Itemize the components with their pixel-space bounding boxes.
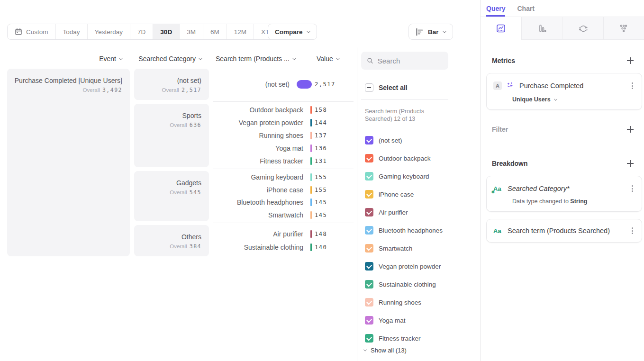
breakdown-card[interactable]: Aa✱ Searched Category* Data type changed… bbox=[486, 176, 642, 212]
table-row[interactable]: Bluetooth headphones145 bbox=[213, 196, 354, 209]
chart-type-button[interactable]: Bar bbox=[408, 24, 453, 40]
add-breakdown-button[interactable] bbox=[625, 158, 635, 169]
date-range-3m[interactable]: 3M bbox=[179, 24, 203, 39]
date-range-yesterday[interactable]: Yesterday bbox=[87, 24, 130, 39]
series-checkbox[interactable] bbox=[365, 172, 373, 180]
table-row[interactable]: iPhone case155 bbox=[213, 184, 354, 197]
series-checkbox-row[interactable]: (not set) bbox=[365, 131, 443, 149]
modified-asterisk-icon: ✱ bbox=[491, 190, 495, 194]
category-cell[interactable]: (not set)Overall2,517 bbox=[134, 69, 209, 100]
category-name: Gadgets bbox=[138, 179, 201, 187]
series-checkbox[interactable] bbox=[365, 280, 373, 289]
table-row[interactable]: Vegan protein powder144 bbox=[213, 117, 354, 129]
series-checkbox-row[interactable]: Running shoes bbox=[365, 293, 443, 311]
table-row[interactable]: Fitness tracker131 bbox=[213, 154, 354, 167]
series-checkbox[interactable] bbox=[365, 262, 373, 271]
add-metric-button[interactable] bbox=[625, 55, 635, 66]
value-label: 137 bbox=[315, 132, 354, 139]
show-all-toggle[interactable]: Show all (13) bbox=[364, 347, 407, 354]
category-cell[interactable]: OthersOverall384 bbox=[134, 225, 209, 256]
series-checkbox[interactable] bbox=[365, 154, 373, 162]
add-filter-button[interactable] bbox=[625, 124, 635, 135]
series-checkbox-row[interactable]: Vegan protein powder bbox=[365, 257, 443, 275]
series-checkbox-row[interactable]: Yoga mat bbox=[365, 311, 443, 329]
date-range-custom[interactable]: Custom bbox=[8, 24, 55, 39]
search-input[interactable] bbox=[378, 57, 443, 65]
term-label: Yoga mat bbox=[213, 144, 310, 152]
date-range-today[interactable]: Today bbox=[55, 24, 87, 39]
series-checkbox[interactable] bbox=[365, 316, 373, 325]
measure-selector[interactable]: Unique Users bbox=[512, 96, 635, 103]
chevron-down-icon bbox=[292, 56, 296, 60]
series-label: Fitness tracker bbox=[379, 335, 421, 342]
column-header-event[interactable]: Event bbox=[7, 55, 122, 63]
value-label: 140 bbox=[315, 244, 354, 251]
table-row[interactable]: Outdoor backpack158 bbox=[213, 104, 354, 117]
category-group: OthersOverall384Air purifier148Sustainab… bbox=[134, 225, 354, 256]
breakdown-menu-button[interactable] bbox=[630, 183, 635, 194]
series-label: Air purifier bbox=[379, 209, 408, 216]
series-checkbox-row[interactable]: Air purifier bbox=[365, 203, 443, 221]
series-checkbox-row[interactable]: Bluetooth headphones bbox=[365, 221, 443, 239]
term-label: Vegan protein powder bbox=[213, 119, 310, 126]
funnel-bars-icon bbox=[536, 23, 547, 34]
series-checkbox[interactable] bbox=[365, 226, 373, 235]
tab-funnels[interactable] bbox=[521, 17, 562, 40]
series-checkbox-row[interactable]: Fitness tracker bbox=[365, 329, 443, 347]
chevron-down-icon bbox=[442, 29, 446, 33]
series-checkbox[interactable] bbox=[365, 244, 373, 253]
category-name: Others bbox=[138, 233, 201, 241]
chevron-down-icon bbox=[119, 56, 123, 60]
column-header-searched-category[interactable]: Searched Category bbox=[134, 55, 202, 63]
table-row[interactable]: Yoga mat136 bbox=[213, 142, 354, 154]
overall-label: Overall bbox=[170, 190, 187, 195]
series-checkbox-row[interactable]: Sustainable clothing bbox=[365, 275, 443, 293]
series-checkbox[interactable] bbox=[365, 334, 373, 343]
date-range-12m[interactable]: 12M bbox=[227, 24, 254, 39]
column-header-search-term[interactable]: Search term (Products ... bbox=[216, 55, 296, 63]
date-range-6m[interactable]: 6M bbox=[203, 24, 227, 39]
filter-group-label: Search term (Products Searched) 12 of 13 bbox=[365, 108, 453, 123]
series-checkbox[interactable] bbox=[365, 298, 373, 307]
list-divider bbox=[361, 99, 448, 100]
category-cell[interactable]: SportsOverall636 bbox=[134, 104, 209, 167]
date-range-30d[interactable]: 30D bbox=[153, 24, 179, 39]
series-checkbox[interactable] bbox=[365, 190, 373, 199]
table-row[interactable]: Air purifier148 bbox=[213, 227, 354, 241]
table-row[interactable]: Sustainable clothing140 bbox=[213, 241, 354, 254]
tab-flows[interactable] bbox=[562, 17, 603, 40]
series-checkbox[interactable] bbox=[365, 136, 373, 144]
category-overall: Overall384 bbox=[138, 243, 201, 250]
date-range-7d[interactable]: 7D bbox=[130, 24, 153, 39]
table-row[interactable]: Running shoes137 bbox=[213, 129, 354, 142]
note-bold-text: String bbox=[570, 198, 587, 205]
series-checkbox-row[interactable]: Outdoor backpack bbox=[365, 149, 443, 167]
tab-retention[interactable] bbox=[603, 17, 644, 40]
series-checkbox-row[interactable]: Smartwatch bbox=[365, 239, 443, 257]
search-field[interactable] bbox=[361, 52, 448, 70]
select-all-checkbox-row[interactable]: Select all bbox=[365, 83, 408, 92]
table-row[interactable]: Smartwatch145 bbox=[213, 209, 354, 222]
category-cell[interactable]: GadgetsOverall545 bbox=[134, 171, 209, 221]
series-label: Sustainable clothing bbox=[379, 281, 436, 288]
event-cell[interactable]: Purchase Completed [Unique Users] Overal… bbox=[7, 69, 130, 256]
select-all-checkbox[interactable] bbox=[365, 83, 373, 92]
value-label: 155 bbox=[315, 174, 354, 180]
series-checkbox[interactable] bbox=[365, 208, 373, 217]
breakdown-property-name: Searched Category* bbox=[508, 185, 625, 192]
event-name: Purchase Completed [Unique Users] bbox=[13, 77, 122, 84]
series-checkbox-row[interactable]: iPhone case bbox=[365, 185, 443, 203]
table-row[interactable]: (not set)2,517 bbox=[213, 78, 354, 91]
breakdown-card[interactable]: Aa Search term (Products Searched) bbox=[486, 219, 642, 243]
column-header-value[interactable]: Value bbox=[317, 55, 339, 63]
tab-query[interactable]: Query bbox=[486, 0, 505, 17]
table-row[interactable]: Gaming keyboard155 bbox=[213, 171, 354, 184]
series-checkbox-row[interactable]: Gaming keyboard bbox=[365, 167, 443, 185]
compare-button[interactable]: Compare bbox=[268, 24, 317, 40]
metric-card[interactable]: A Purchase Completed Unique Users bbox=[486, 73, 642, 110]
breakdown-menu-button[interactable] bbox=[630, 226, 635, 236]
tab-chart[interactable]: Chart bbox=[517, 0, 535, 17]
insights-line-chart-icon bbox=[496, 23, 506, 34]
tab-insights[interactable] bbox=[481, 17, 521, 40]
metric-menu-button[interactable] bbox=[630, 81, 635, 91]
